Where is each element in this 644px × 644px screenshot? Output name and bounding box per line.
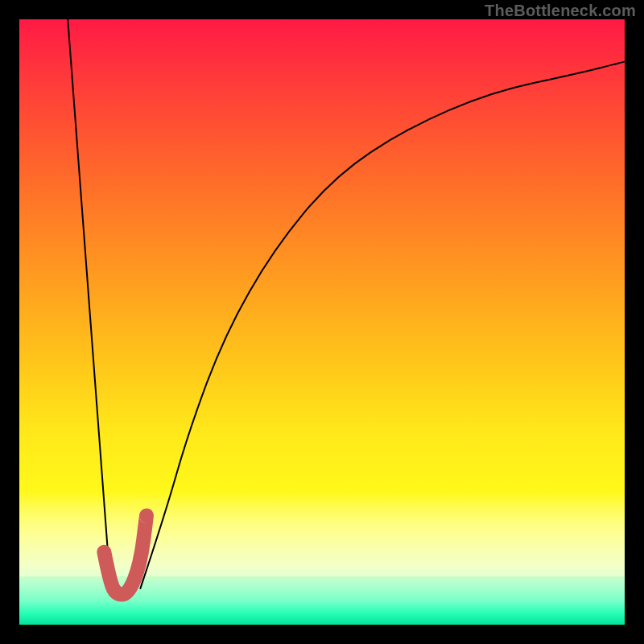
- series-j-mark: [104, 516, 147, 595]
- attribution-label: TheBottleneck.com: [485, 2, 636, 20]
- series-right-ascent: [140, 62, 625, 588]
- series-left-descent: [68, 19, 110, 582]
- curve-layer: [19, 19, 625, 625]
- plot-area: [19, 19, 625, 625]
- chart-frame: TheBottleneck.com: [0, 0, 644, 644]
